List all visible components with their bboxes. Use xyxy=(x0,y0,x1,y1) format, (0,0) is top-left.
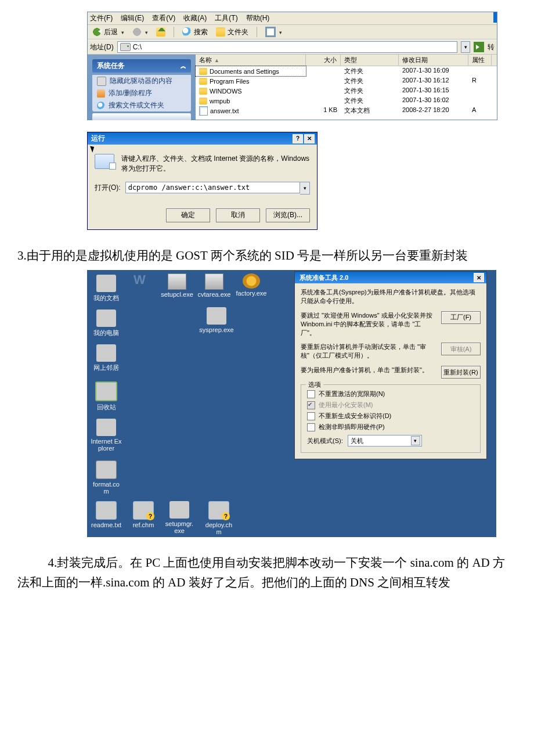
titlebar[interactable]: 运行 ? ✕ xyxy=(88,132,317,145)
computer-icon xyxy=(96,309,116,327)
close-button[interactable]: ✕ xyxy=(474,273,484,282)
table-row[interactable]: WINDOWS文件夹2007-1-30 16:15 xyxy=(196,86,497,96)
chevron-down-icon[interactable] xyxy=(144,28,148,36)
toolbar: 后退 搜索 文件夹 xyxy=(88,25,497,39)
forward-icon xyxy=(132,27,142,37)
open-input[interactable] xyxy=(125,182,300,193)
run-description: 请键入程序、文件夹、文档或 Internet 资源的名称，Windows 将为您… xyxy=(121,154,310,174)
file-name: wmpub xyxy=(210,98,230,105)
task-list: 隐藏此驱动器的内容 添加/删除程序 搜索文件或文件夹 xyxy=(92,75,191,111)
views-icon xyxy=(265,27,276,37)
titlebar[interactable]: 系统准备工具 2.0 ✕ xyxy=(295,272,486,283)
table-row[interactable]: Documents and Settings文件夹2007-1-30 16:09 xyxy=(196,66,497,76)
address-field[interactable]: C:\ xyxy=(117,41,457,53)
shutdown-select[interactable]: 关机 ▾ xyxy=(348,435,422,447)
icon-my-computer[interactable]: 我的电脑 xyxy=(91,309,122,337)
menu-file[interactable]: 文件(F) xyxy=(90,13,113,23)
help-file-icon xyxy=(208,501,229,520)
col-attr[interactable]: 属性 xyxy=(468,55,492,66)
open-combo[interactable]: ▾ xyxy=(125,182,310,195)
factory-button[interactable]: 工厂(F) xyxy=(441,311,481,324)
audit-button: 审核(A) xyxy=(441,343,481,355)
folder-icon xyxy=(199,98,207,105)
column-header[interactable]: 名称▲ 大小 类型 修改日期 属性 xyxy=(196,55,497,66)
cancel-button[interactable]: 取消 xyxy=(216,208,260,222)
help-file-icon xyxy=(133,501,154,520)
checkbox-no-reset-grace[interactable]: 不重置激活的宽限期(N) xyxy=(307,390,474,398)
folder-icon xyxy=(199,78,207,85)
views-button[interactable] xyxy=(263,26,284,38)
forward-button[interactable] xyxy=(130,27,150,37)
file-name: WINDOWS xyxy=(210,88,242,95)
addressbar: 地址(D) C:\ ▾ 转 xyxy=(88,39,497,55)
checkbox-no-regen-sid[interactable]: 不重新生成安全标识符(D) xyxy=(307,412,474,420)
table-row[interactable]: wmpub文件夹2007-1-30 16:02 xyxy=(196,96,497,106)
back-icon xyxy=(92,27,102,37)
col-name[interactable]: 名称▲ xyxy=(196,55,306,66)
checkbox-detect-non-pnp[interactable]: 检测非即插即用硬件(P) xyxy=(307,423,474,431)
options-group: 选项 不重置激活的宽限期(N) 使用最小化安装(M) 不重新生成安全标识符(D)… xyxy=(301,384,481,453)
ok-button[interactable]: 确定 xyxy=(166,208,210,222)
folders-button[interactable]: 文件夹 xyxy=(214,27,251,38)
icon-setupmgr[interactable]: setupmgr.exe xyxy=(164,501,195,534)
col-size[interactable]: 大小 xyxy=(306,55,341,66)
paragraph-3: 3.由于用的是虚拟机使用的是 GOST 两个系统的 SID 号是一样所以另一台要… xyxy=(17,246,517,266)
col-type[interactable]: 类型 xyxy=(341,55,399,66)
icon-format[interactable]: format.com xyxy=(91,460,122,495)
dialog-title: 系统准备工具 2.0 xyxy=(300,273,348,282)
menu-fav[interactable]: 收藏(A) xyxy=(183,13,207,23)
add-remove-icon xyxy=(97,89,105,98)
task-item[interactable]: 添加/删除程序 xyxy=(92,87,191,99)
help-button[interactable]: ? xyxy=(293,134,303,143)
go-button[interactable] xyxy=(474,42,484,52)
task-item[interactable]: 搜索文件或文件夹 xyxy=(92,99,191,111)
chevron-down-icon[interactable]: ▾ xyxy=(300,182,310,195)
icon-readme[interactable]: readme.txt xyxy=(91,501,122,528)
table-row[interactable]: Program Files文件夹2007-1-30 16:12R xyxy=(196,76,497,86)
icon-cvtarea[interactable]: cvtarea.exe xyxy=(197,273,231,298)
menu-tools[interactable]: 工具(T) xyxy=(215,13,237,23)
icon-factory[interactable]: factory.exe xyxy=(234,273,268,297)
icon-network[interactable]: 网上邻居 xyxy=(91,344,122,372)
table-row[interactable]: answer.txt1 KB文本文档2008-2-27 18:20A xyxy=(196,106,497,116)
checkbox-icon xyxy=(307,412,315,420)
dialog-title: 运行 xyxy=(91,134,105,143)
reseal-text: 要为最终用户准备计算机，单击 "重新封装"。 xyxy=(301,366,435,375)
exe-icon xyxy=(169,501,189,519)
search-button[interactable]: 搜索 xyxy=(180,27,210,38)
col-date[interactable]: 修改日期 xyxy=(399,55,468,66)
chevron-down-icon[interactable] xyxy=(120,28,124,36)
task-item[interactable]: 隐藏此驱动器的内容 xyxy=(92,75,191,87)
run-dialog: 运行 ? ✕ 请键入程序、文件夹、文档或 Internet 资源的名称，Wind… xyxy=(87,132,317,230)
icon-ref-chm[interactable]: ref.chm xyxy=(128,501,159,528)
menu-help[interactable]: 帮助(H) xyxy=(246,13,270,23)
sysprep-icon xyxy=(207,307,226,325)
menubar[interactable]: 文件(F) 编辑(E) 查看(V) 收藏(A) 工具(T) 帮助(H) xyxy=(88,12,497,25)
network-icon xyxy=(96,344,116,362)
file-list: 名称▲ 大小 类型 修改日期 属性 Documents and Settings… xyxy=(196,55,497,120)
icon-recycle-bin[interactable]: 回收站 xyxy=(91,381,122,412)
up-button[interactable] xyxy=(154,27,168,37)
menu-edit[interactable]: 编辑(E) xyxy=(121,13,144,23)
back-button[interactable]: 后退 xyxy=(90,27,127,38)
icon-my-documents[interactable]: 我的文档 xyxy=(91,275,122,303)
chevron-up-icon[interactable]: ︽ xyxy=(181,62,186,70)
chevron-down-icon[interactable]: ▾ xyxy=(411,436,420,445)
icon-setupcl[interactable]: setupcl.exe xyxy=(160,273,194,298)
drive-icon xyxy=(120,43,131,51)
checkbox-mini-setup: 使用最小化安装(M) xyxy=(307,401,474,409)
tasks-header[interactable]: 系统任务 ︽ xyxy=(92,59,191,73)
text-file-icon xyxy=(96,501,117,520)
reseal-button[interactable]: 重新封装(R) xyxy=(441,366,481,379)
address-dropdown[interactable]: ▾ xyxy=(461,41,470,53)
browse-button[interactable]: 浏览(B)... xyxy=(266,208,310,222)
search-icon xyxy=(182,27,192,37)
file-name: Documents and Settings xyxy=(210,68,279,75)
icon-ie[interactable]: Internet Explorer xyxy=(91,419,122,452)
menu-view[interactable]: 查看(V) xyxy=(152,13,175,23)
icon-sysprep[interactable]: sysprep.exe xyxy=(196,307,237,333)
intro-text: 系统准备工具(Sysprep)为最终用户准备计算机硬盘。其他选项只能从命令行使用… xyxy=(301,288,481,305)
chevron-down-icon[interactable] xyxy=(278,28,282,36)
icon-deploy-chm[interactable]: deploy.chm xyxy=(203,501,234,535)
close-button[interactable]: ✕ xyxy=(304,134,315,143)
